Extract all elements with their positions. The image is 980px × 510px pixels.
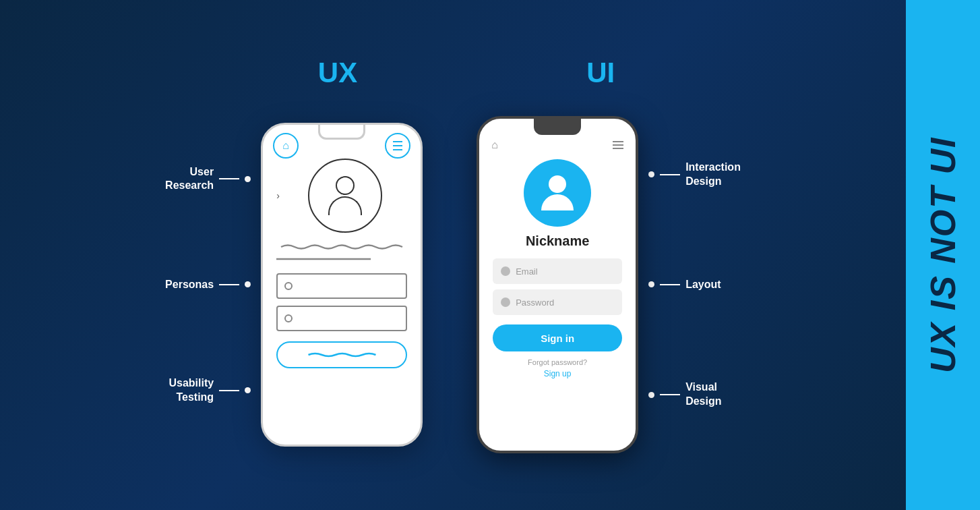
full-layout: UX UI UserResearch Personas [27, 13, 879, 497]
squiggle-1 [276, 243, 407, 251]
connector-dot-1 [245, 176, 251, 182]
ui-phone-notch [534, 119, 581, 135]
ux-phone-topbar: ⌂ [263, 133, 421, 159]
connector-line-2 [219, 284, 239, 285]
connector-line-5 [660, 284, 680, 285]
ui-menu-line-3 [613, 148, 623, 149]
ui-signin-button[interactable]: Sign in [493, 324, 622, 351]
ux-labels: UserResearch Personas UsabilityTesting [165, 123, 251, 447]
connector-line-3 [219, 390, 239, 391]
main-content: UX UI UserResearch Personas [0, 0, 906, 510]
ui-phone-topbar: ⌂ [479, 139, 636, 151]
usability-testing-label-row: UsabilityTesting [165, 376, 251, 405]
sidebar-title: UX IS NOT UI [923, 137, 963, 373]
ui-email-icon [501, 266, 510, 276]
ux-input-circle-2 [284, 314, 293, 322]
connector-dot-2 [245, 281, 251, 287]
interaction-design-label: InteractionDesign [685, 161, 741, 189]
personas-label-row: Personas [165, 278, 251, 292]
ux-avatar-area: › [276, 159, 407, 233]
ux-button-squiggle [297, 351, 387, 359]
personas-label: Personas [165, 278, 214, 292]
ui-inputs: Email Password [493, 258, 622, 315]
ux-text-lines [276, 243, 407, 263]
connector-dot-4 [648, 171, 654, 177]
ux-home-icon: ⌂ [282, 140, 289, 152]
ui-nickname: Nickname [526, 233, 590, 249]
connector-dot-6 [648, 392, 654, 398]
menu-line-3 [393, 149, 402, 150]
interaction-design-label-row: InteractionDesign [648, 161, 741, 189]
ui-right-labels: InteractionDesign Layout VisualDesign [648, 116, 741, 453]
connector-dot-3 [245, 387, 251, 393]
ux-avatar-body [328, 196, 362, 215]
ui-phone: ⌂ Nick [477, 116, 638, 453]
ux-home-icon-circle: ⌂ [273, 133, 299, 159]
user-research-label-row: UserResearch [165, 165, 251, 194]
ui-menu-line-2 [613, 144, 623, 146]
ux-input-1 [276, 273, 407, 299]
ui-avatar-circle [524, 159, 591, 227]
layout-label: Layout [685, 278, 721, 292]
right-sidebar: UX IS NOT UI [906, 0, 980, 510]
ui-password-placeholder: Password [516, 298, 554, 308]
connector-dot-5 [648, 281, 654, 287]
ui-password-field[interactable]: Password [493, 289, 622, 315]
ux-avatar-icon [328, 176, 362, 215]
ux-chevron: › [276, 190, 280, 201]
menu-line-1 [393, 141, 402, 142]
ux-button-wire [276, 341, 407, 368]
ui-signup-link[interactable]: Sign up [544, 369, 572, 378]
visual-design-label-row: VisualDesign [648, 380, 741, 409]
ux-input-circle-1 [284, 282, 293, 290]
usability-testing-label: UsabilityTesting [169, 376, 214, 405]
ux-menu-lines [393, 141, 402, 150]
ux-inputs [276, 273, 407, 331]
ui-email-field[interactable]: Email [493, 258, 622, 284]
visual-design-label: VisualDesign [685, 380, 721, 409]
ui-forgot-text: Forgot password? [528, 358, 587, 366]
ui-avatar-body [541, 194, 574, 210]
squiggle-2 [276, 255, 407, 263]
ux-avatar-circle [308, 159, 382, 233]
ui-home-icon: ⌂ [491, 139, 498, 151]
connector-line-6 [660, 394, 680, 395]
menu-line-2 [393, 145, 402, 146]
ui-header: UI [586, 57, 615, 89]
ui-avatar-head [549, 175, 566, 193]
ux-header: UX [318, 57, 357, 89]
ui-password-icon [501, 298, 510, 307]
ux-menu-circle [385, 133, 410, 159]
headers-row: UX UI [27, 57, 879, 89]
ui-section: ⌂ Nick [477, 116, 741, 453]
layout-label-row: Layout [648, 278, 741, 292]
ui-avatar-icon [541, 175, 574, 210]
user-research-label: UserResearch [165, 165, 214, 194]
ui-email-placeholder: Email [516, 266, 538, 277]
ux-phone: ⌂ › [261, 123, 423, 447]
ux-input-2 [276, 306, 407, 331]
connector-line-4 [660, 174, 680, 175]
ui-menu-line-1 [613, 141, 623, 142]
connector-line-1 [219, 178, 239, 179]
ui-menu-lines [613, 141, 623, 149]
phones-container: UserResearch Personas UsabilityTesting [27, 116, 879, 453]
ux-avatar-head [336, 176, 355, 195]
ux-section: UserResearch Personas UsabilityTesting [165, 123, 423, 447]
